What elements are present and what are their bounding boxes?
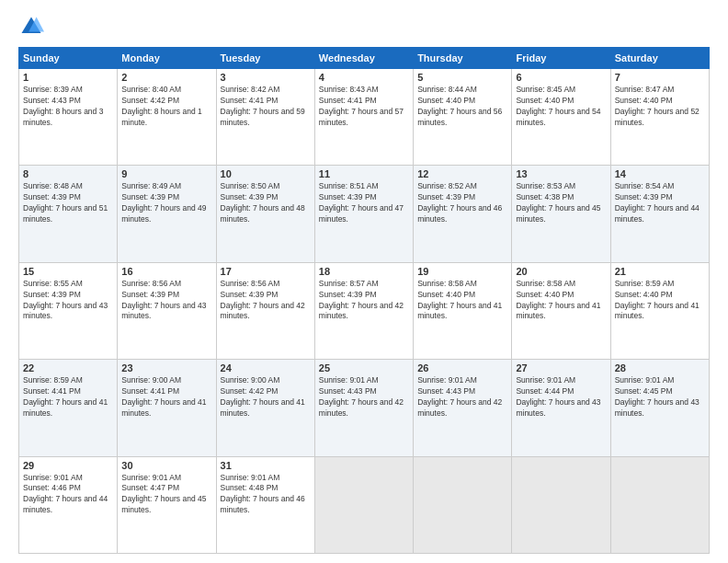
- calendar-cell: 1 Sunrise: 8:39 AMSunset: 4:43 PMDayligh…: [19, 69, 118, 166]
- calendar-table: SundayMondayTuesdayWednesdayThursdayFrid…: [18, 47, 710, 554]
- day-number: 16: [121, 266, 211, 277]
- day-info: Sunrise: 8:56 AMSunset: 4:39 PMDaylight:…: [221, 279, 305, 321]
- day-info: Sunrise: 8:45 AMSunset: 4:40 PMDaylight:…: [516, 85, 600, 127]
- day-number: 23: [121, 362, 211, 373]
- calendar-cell: 12 Sunrise: 8:52 AMSunset: 4:39 PMDaylig…: [414, 166, 512, 262]
- day-info: Sunrise: 8:53 AMSunset: 4:38 PMDaylight:…: [516, 181, 600, 224]
- day-number: 12: [417, 168, 507, 179]
- day-number: 22: [23, 362, 113, 373]
- day-info: Sunrise: 8:56 AMSunset: 4:39 PMDaylight:…: [121, 279, 206, 321]
- dow-header: Tuesday: [216, 48, 314, 69]
- dow-header: Thursday: [414, 48, 512, 69]
- day-number: 10: [221, 168, 311, 179]
- calendar-cell: [512, 456, 610, 553]
- day-number: 4: [319, 72, 409, 83]
- day-number: 6: [516, 72, 606, 83]
- calendar-cell: [414, 456, 512, 553]
- day-number: 18: [319, 266, 409, 277]
- calendar-cell: 27 Sunrise: 9:01 AMSunset: 4:44 PMDaylig…: [512, 360, 610, 456]
- calendar-cell: 4 Sunrise: 8:43 AMSunset: 4:41 PMDayligh…: [314, 69, 413, 166]
- day-info: Sunrise: 9:01 AMSunset: 4:46 PMDaylight:…: [23, 473, 108, 515]
- day-info: Sunrise: 9:00 AMSunset: 4:42 PMDaylight:…: [221, 375, 305, 418]
- day-info: Sunrise: 8:58 AMSunset: 4:40 PMDaylight:…: [417, 279, 502, 321]
- calendar-cell: 11 Sunrise: 8:51 AMSunset: 4:39 PMDaylig…: [314, 166, 413, 262]
- day-info: Sunrise: 9:01 AMSunset: 4:44 PMDaylight:…: [516, 375, 600, 418]
- dow-header: Wednesday: [314, 48, 413, 69]
- calendar-cell: 15 Sunrise: 8:55 AMSunset: 4:39 PMDaylig…: [19, 262, 118, 359]
- dow-header: Saturday: [610, 48, 709, 69]
- calendar-cell: 26 Sunrise: 9:01 AMSunset: 4:43 PMDaylig…: [414, 360, 512, 456]
- calendar-cell: 5 Sunrise: 8:44 AMSunset: 4:40 PMDayligh…: [414, 69, 512, 166]
- day-info: Sunrise: 8:40 AMSunset: 4:42 PMDaylight:…: [121, 85, 201, 127]
- day-number: 9: [121, 168, 211, 179]
- calendar-cell: 31 Sunrise: 9:01 AMSunset: 4:48 PMDaylig…: [216, 456, 314, 553]
- day-info: Sunrise: 8:59 AMSunset: 4:41 PMDaylight:…: [23, 375, 108, 418]
- day-number: 29: [23, 460, 113, 471]
- day-info: Sunrise: 8:58 AMSunset: 4:40 PMDaylight:…: [516, 279, 600, 321]
- day-info: Sunrise: 8:52 AMSunset: 4:39 PMDaylight:…: [417, 181, 502, 224]
- day-info: Sunrise: 9:01 AMSunset: 4:43 PMDaylight:…: [319, 375, 404, 418]
- day-number: 21: [615, 266, 705, 277]
- day-info: Sunrise: 8:44 AMSunset: 4:40 PMDaylight:…: [417, 85, 502, 127]
- calendar-cell: 2 Sunrise: 8:40 AMSunset: 4:42 PMDayligh…: [118, 69, 216, 166]
- day-info: Sunrise: 9:01 AMSunset: 4:48 PMDaylight:…: [221, 473, 305, 515]
- calendar-cell: 8 Sunrise: 8:48 AMSunset: 4:39 PMDayligh…: [19, 166, 118, 262]
- day-number: 27: [516, 362, 606, 373]
- dow-header: Sunday: [19, 48, 118, 69]
- calendar-cell: 17 Sunrise: 8:56 AMSunset: 4:39 PMDaylig…: [216, 262, 314, 359]
- calendar-cell: 16 Sunrise: 8:56 AMSunset: 4:39 PMDaylig…: [118, 262, 216, 359]
- day-info: Sunrise: 8:59 AMSunset: 4:40 PMDaylight:…: [615, 279, 700, 321]
- day-number: 19: [417, 266, 507, 277]
- day-info: Sunrise: 8:50 AMSunset: 4:39 PMDaylight:…: [221, 181, 305, 224]
- day-info: Sunrise: 8:43 AMSunset: 4:41 PMDaylight:…: [319, 85, 404, 127]
- day-number: 13: [516, 168, 606, 179]
- calendar-cell: 9 Sunrise: 8:49 AMSunset: 4:39 PMDayligh…: [118, 166, 216, 262]
- calendar-cell: [314, 456, 413, 553]
- calendar-cell: 28 Sunrise: 9:01 AMSunset: 4:45 PMDaylig…: [610, 360, 709, 456]
- logo: [18, 14, 48, 40]
- day-number: 24: [221, 362, 311, 373]
- calendar-cell: 25 Sunrise: 9:01 AMSunset: 4:43 PMDaylig…: [314, 360, 413, 456]
- calendar-cell: 7 Sunrise: 8:47 AMSunset: 4:40 PMDayligh…: [610, 69, 709, 166]
- page: SundayMondayTuesdayWednesdayThursdayFrid…: [0, 0, 728, 563]
- day-number: 7: [615, 72, 705, 83]
- calendar-cell: 18 Sunrise: 8:57 AMSunset: 4:39 PMDaylig…: [314, 262, 413, 359]
- day-info: Sunrise: 8:49 AMSunset: 4:39 PMDaylight:…: [121, 181, 206, 224]
- day-number: 26: [417, 362, 507, 373]
- calendar-cell: 23 Sunrise: 9:00 AMSunset: 4:41 PMDaylig…: [118, 360, 216, 456]
- day-info: Sunrise: 8:42 AMSunset: 4:41 PMDaylight:…: [221, 85, 305, 127]
- calendar-cell: 3 Sunrise: 8:42 AMSunset: 4:41 PMDayligh…: [216, 69, 314, 166]
- day-number: 15: [23, 266, 113, 277]
- calendar-cell: 14 Sunrise: 8:54 AMSunset: 4:39 PMDaylig…: [610, 166, 709, 262]
- logo-icon: [18, 14, 44, 40]
- calendar-cell: 21 Sunrise: 8:59 AMSunset: 4:40 PMDaylig…: [610, 262, 709, 359]
- day-info: Sunrise: 8:55 AMSunset: 4:39 PMDaylight:…: [23, 279, 108, 321]
- calendar-cell: 6 Sunrise: 8:45 AMSunset: 4:40 PMDayligh…: [512, 69, 610, 166]
- day-info: Sunrise: 8:39 AMSunset: 4:43 PMDaylight:…: [23, 85, 103, 127]
- calendar-cell: 22 Sunrise: 8:59 AMSunset: 4:41 PMDaylig…: [19, 360, 118, 456]
- day-info: Sunrise: 8:48 AMSunset: 4:39 PMDaylight:…: [23, 181, 108, 224]
- day-info: Sunrise: 9:01 AMSunset: 4:47 PMDaylight:…: [121, 473, 206, 515]
- day-number: 1: [23, 72, 113, 83]
- day-info: Sunrise: 8:54 AMSunset: 4:39 PMDaylight:…: [615, 181, 700, 224]
- calendar-cell: 24 Sunrise: 9:00 AMSunset: 4:42 PMDaylig…: [216, 360, 314, 456]
- calendar-cell: 13 Sunrise: 8:53 AMSunset: 4:38 PMDaylig…: [512, 166, 610, 262]
- day-number: 8: [23, 168, 113, 179]
- day-info: Sunrise: 9:00 AMSunset: 4:41 PMDaylight:…: [121, 375, 206, 418]
- calendar-cell: 29 Sunrise: 9:01 AMSunset: 4:46 PMDaylig…: [19, 456, 118, 553]
- day-number: 2: [121, 72, 211, 83]
- day-number: 14: [615, 168, 705, 179]
- dow-header: Monday: [118, 48, 216, 69]
- day-info: Sunrise: 9:01 AMSunset: 4:43 PMDaylight:…: [417, 375, 502, 418]
- day-info: Sunrise: 8:57 AMSunset: 4:39 PMDaylight:…: [319, 279, 404, 321]
- day-number: 17: [221, 266, 311, 277]
- calendar-cell: [610, 456, 709, 553]
- dow-header: Friday: [512, 48, 610, 69]
- day-number: 30: [121, 460, 211, 471]
- day-number: 25: [319, 362, 409, 373]
- day-number: 5: [417, 72, 507, 83]
- day-info: Sunrise: 8:47 AMSunset: 4:40 PMDaylight:…: [615, 85, 700, 127]
- day-number: 20: [516, 266, 606, 277]
- calendar-cell: 10 Sunrise: 8:50 AMSunset: 4:39 PMDaylig…: [216, 166, 314, 262]
- day-info: Sunrise: 9:01 AMSunset: 4:45 PMDaylight:…: [615, 375, 700, 418]
